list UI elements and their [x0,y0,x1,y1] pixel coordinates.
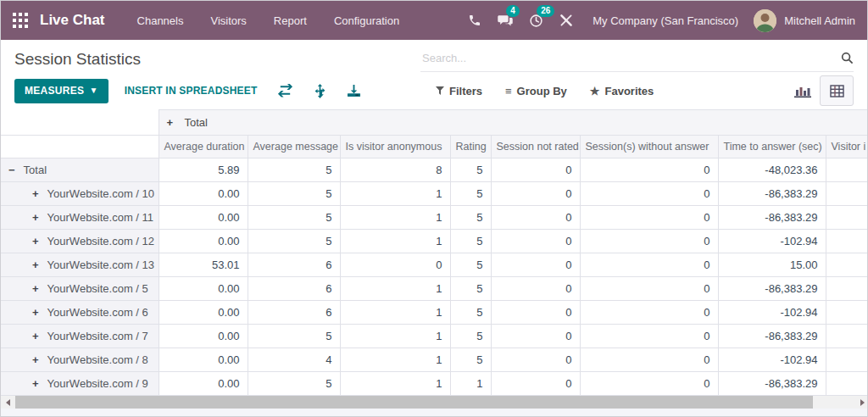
pivot-measure-header[interactable]: Session(s) without answer [580,136,718,158]
pivot-row-header[interactable]: +YourWebsite.com / 6 [1,301,159,325]
expand-icon[interactable]: + [32,259,39,271]
pivot-cell: -86,383.29 [718,325,826,348]
pivot-cell: -86,383.29 [718,206,826,230]
expand-icon[interactable]: + [32,282,39,295]
pivot-cell: -86,383.29 [718,182,826,206]
pivot-row-header[interactable]: +YourWebsite.com / 5 [1,277,159,301]
developer-tools-icon[interactable] [554,8,579,33]
pivot-measure-header[interactable]: Rating [450,136,491,158]
apps-grid-icon[interactable] [13,13,28,28]
nav-menu-configuration[interactable]: Configuration [320,14,413,27]
pivot-row-header[interactable]: +YourWebsite.com / 10 [1,182,159,206]
pivot-cell: -48,023.36 [718,158,826,182]
pivot-row-header[interactable]: +YourWebsite.com / 9 [1,372,159,396]
horizontal-scrollbar[interactable] [1,396,868,409]
group-by-icon: ≡ [505,85,512,97]
group-by-button[interactable]: ≡ Group By [505,85,567,97]
pivot-cell: 0 [580,230,718,253]
search-input[interactable] [420,51,841,65]
expand-all-icon[interactable] [313,84,327,98]
caret-down-icon: ▼ [89,86,97,95]
search-icon[interactable] [841,52,854,64]
pivot-cell: 0 [491,325,580,348]
pivot-cell: 0 [491,253,580,277]
pivot-cell: 1 [340,301,450,325]
app-name[interactable]: Live Chat [40,12,105,29]
pivot-measure-header[interactable]: Is visitor anonymous [340,136,450,158]
pivot-cell: 0.00 [159,301,248,325]
column-group-label: Total [184,116,207,129]
pivot-row-header[interactable]: +YourWebsite.com / 13 [1,253,159,277]
messages-badge: 4 [506,5,520,17]
bar-chart-view-button[interactable] [794,84,811,98]
pivot-cell: 1 [340,206,450,230]
control-panel: Session Statistics MEASURES ▼ INSERT IN … [1,40,867,109]
nav-menus: ChannelsVisitorsReportConfiguration [124,14,414,27]
scrollbar-thumb[interactable] [15,396,813,409]
scroll-right-button[interactable] [855,396,868,409]
pivot-view-button[interactable] [820,75,854,106]
expand-icon[interactable]: + [32,330,39,342]
user-menu[interactable]: Mitchell Admin [784,14,855,27]
pivot-cell: 5 [248,325,340,348]
expand-icon[interactable]: + [32,235,39,247]
row-label: Total [24,164,47,176]
user-avatar[interactable] [754,9,776,32]
pivot-cell [826,253,868,277]
pivot-cell: 0 [491,206,580,230]
expand-icon[interactable]: + [32,377,39,390]
pivot-cell [826,325,868,348]
pivot-cell: 5 [450,182,491,206]
nav-menu-channels[interactable]: Channels [124,14,198,27]
pivot-measure-header[interactable]: Visitor i [826,136,868,158]
search-bar[interactable] [420,51,854,72]
pivot-row-header[interactable]: +YourWebsite.com / 12 [1,230,159,253]
expand-icon[interactable]: + [32,353,39,366]
pivot-measure-header[interactable]: Time to answer (sec) [718,136,826,158]
pivot-row: +YourWebsite.com / 80.0041500-102.94 [1,348,868,372]
phone-icon[interactable] [462,8,487,33]
nav-menu-visitors[interactable]: Visitors [197,14,259,27]
pivot-cell: 1 [340,325,450,348]
expand-icon[interactable]: + [32,211,39,224]
expand-icon[interactable]: + [32,306,39,319]
pivot-cell: 0.00 [159,325,248,348]
pivot-row-header[interactable]: +YourWebsite.com / 8 [1,348,159,372]
favorites-button[interactable]: ★ Favorites [590,85,654,97]
expand-icon[interactable]: + [167,116,174,129]
pivot-cell: 5 [450,325,491,348]
pivot-measure-header[interactable]: Session not rated [491,136,580,158]
expand-icon[interactable]: + [32,187,39,200]
filters-button[interactable]: Filters [436,85,482,97]
pivot-row-header[interactable]: −Total [1,158,159,182]
collapse-icon[interactable]: − [8,164,15,176]
pivot-measure-header[interactable]: Average message [248,136,340,158]
nav-menu-report[interactable]: Report [260,14,320,27]
page-background-strip [1,409,867,416]
pivot-cell: 53.01 [159,253,248,277]
row-label: YourWebsite.com / 7 [47,330,148,342]
pivot-row: +YourWebsite.com / 110.0051500-86,383.29 [1,206,868,230]
pivot-cell: 5 [450,230,491,253]
download-icon[interactable] [347,84,361,97]
pivot-cell: 0.00 [159,206,248,230]
pivot-cell: 5 [450,277,491,301]
pivot-cell: 6 [248,253,340,277]
measures-button[interactable]: MEASURES ▼ [14,79,108,103]
pivot-cell: 5.89 [159,158,248,182]
pivot-cell: 0 [580,158,718,182]
pivot-cell: 1 [340,277,450,301]
insert-in-spreadsheet-button[interactable]: INSERT IN SPREADSHEET [125,85,258,97]
pivot-column-group-header[interactable]: + Total [159,110,868,136]
pivot-row-header[interactable]: +YourWebsite.com / 11 [1,206,159,230]
flip-axis-icon[interactable] [277,84,293,97]
pivot-row: +YourWebsite.com / 70.0051500-86,383.29 [1,325,868,348]
pivot-cell: 0 [491,277,580,301]
scroll-left-button[interactable] [1,396,14,409]
company-switcher[interactable]: My Company (San Francisco) [593,14,738,27]
pivot-row-header[interactable]: +YourWebsite.com / 7 [1,325,159,348]
messages-icon[interactable]: 4 [492,8,518,33]
pivot-measure-header[interactable]: Average duration [159,136,248,158]
activities-clock-icon[interactable]: 26 [523,8,548,33]
pivot-cell: 1 [340,230,450,253]
